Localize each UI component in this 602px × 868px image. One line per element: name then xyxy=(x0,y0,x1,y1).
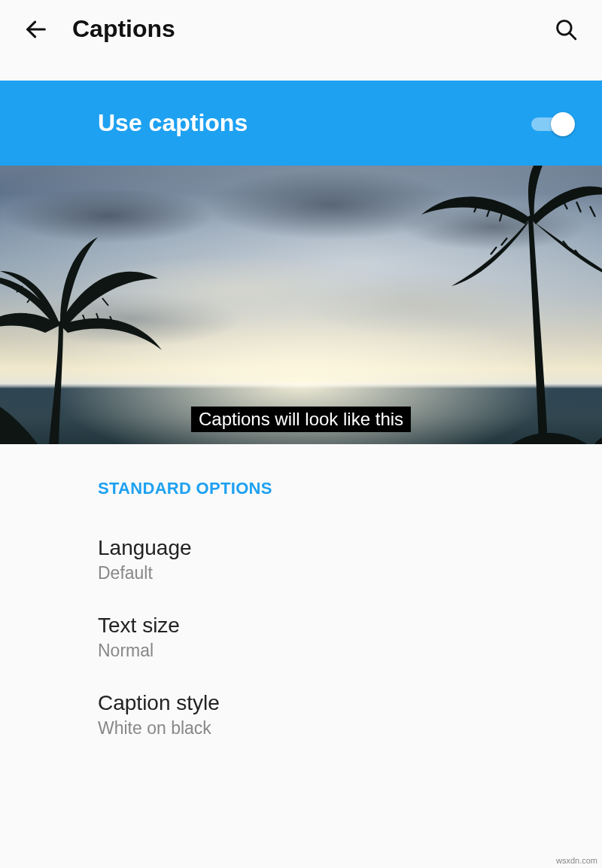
use-captions-toggle[interactable] xyxy=(531,112,572,135)
svg-line-2 xyxy=(570,32,576,38)
caption-preview-image: Captions will look like this xyxy=(0,166,602,444)
option-title: Language xyxy=(98,536,504,560)
option-title: Caption style xyxy=(98,691,504,715)
back-icon[interactable] xyxy=(23,16,50,43)
search-icon[interactable] xyxy=(552,16,579,43)
option-value: White on black xyxy=(98,718,504,739)
watermark: wsxdn.com xyxy=(556,856,597,865)
svg-line-18 xyxy=(590,206,595,217)
use-captions-label: Use captions xyxy=(98,109,248,137)
palm-tree-icon xyxy=(406,166,602,444)
option-value: Normal xyxy=(98,641,504,661)
svg-line-12 xyxy=(102,298,108,306)
svg-line-20 xyxy=(501,238,507,245)
option-value: Default xyxy=(98,563,504,583)
palm-tree-icon xyxy=(0,166,181,444)
page-title: Captions xyxy=(72,15,175,43)
section-standard-options: STANDARD OPTIONS xyxy=(0,444,602,513)
use-captions-row[interactable]: Use captions xyxy=(0,81,602,166)
svg-line-17 xyxy=(576,202,581,212)
caption-sample-text: Captions will look like this xyxy=(191,407,411,432)
option-language[interactable]: Language Default xyxy=(0,513,602,591)
svg-line-19 xyxy=(491,247,497,254)
app-header: Captions xyxy=(0,0,602,58)
section-header: STANDARD OPTIONS xyxy=(98,479,504,498)
option-title: Text size xyxy=(98,614,504,638)
option-caption-style[interactable]: Caption style White on black xyxy=(0,669,602,746)
option-text-size[interactable]: Text size Normal xyxy=(0,591,602,669)
